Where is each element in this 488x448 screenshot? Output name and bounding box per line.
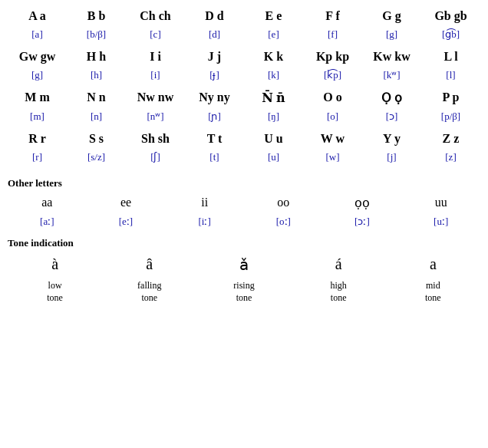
ipa-label: [kʷ] [364, 69, 420, 81]
ipa-label: [s/z] [68, 151, 124, 163]
letter-label: Ny ny [186, 91, 242, 104]
letter-label: M m [9, 91, 65, 104]
letter-label: I i [127, 50, 183, 64]
letter-label: N n [68, 91, 124, 104]
ipa-label: [h] [68, 69, 124, 81]
letter-label: U u [246, 132, 302, 146]
ipa-label: [f] [305, 28, 361, 41]
letter-label: S s [68, 132, 124, 146]
letter-label: Ọ ọ [364, 91, 420, 105]
letter-label: Nw nw [127, 91, 183, 104]
ipa-label: [k͡p] [305, 69, 361, 81]
letter-label: Kp kp [305, 50, 361, 64]
ipa-label: [nʷ] [127, 110, 183, 123]
letter-label: F f [305, 9, 361, 23]
ipa-label: [w] [305, 151, 361, 163]
ipa-label: [d] [186, 28, 242, 41]
letter-label: J j [186, 50, 242, 64]
ipa-label: [m] [9, 110, 65, 123]
tone-character: ǎ [201, 255, 286, 274]
letter-label: P p [423, 91, 479, 104]
letter-label: T t [186, 132, 242, 146]
ipa-label: [ŋ] [246, 110, 302, 123]
ipa-label: [r] [9, 151, 65, 163]
tone-character: á [296, 255, 381, 273]
ipa-label: [l] [423, 69, 479, 81]
letter-label: G g [364, 9, 420, 23]
tone-label: risingtone [201, 280, 286, 304]
ipa-label: [ɟ] [186, 69, 242, 81]
letter-label: Y y [364, 132, 420, 146]
letter-label: H h [68, 50, 124, 64]
tone-character: a [391, 255, 476, 273]
letter-label: E e [246, 9, 302, 23]
letter-label: Sh sh [127, 132, 183, 146]
alphabet-table: A aB bCh chD dE eF fG gGb gb[a][b/β][c][… [8, 6, 480, 170]
letter-label: Kw kw [364, 50, 420, 64]
other-letter-label: oo [249, 196, 318, 209]
other-letters-title: Other letters [8, 177, 480, 189]
ipa-label: [t] [186, 151, 242, 163]
letter-label: R r [9, 132, 65, 146]
letter-label: D d [186, 9, 242, 23]
tone-table: àâǎáalowtonefallingtonerisingtonehighton… [8, 252, 480, 305]
other-ipa-label: [eː] [91, 216, 161, 228]
other-ipa-label: [ɔː] [328, 216, 397, 228]
ipa-label: [a] [9, 28, 65, 41]
letter-label: Gb gb [423, 9, 479, 23]
ipa-label: [ɔ] [364, 110, 420, 123]
ipa-label: [z] [423, 151, 479, 163]
other-ipa-label: [oː] [249, 216, 318, 228]
ipa-label: [u] [246, 151, 302, 163]
ipa-label: [g] [364, 28, 420, 41]
other-letter-label: ii [170, 196, 239, 209]
letter-label: O o [305, 91, 361, 104]
tone-label: hightone [296, 280, 381, 304]
ipa-label: [ʃ] [127, 151, 183, 163]
tone-label: midtone [391, 280, 476, 304]
letter-label: K k [246, 50, 302, 64]
ipa-label: [e] [246, 28, 302, 41]
other-ipa-label: [uː] [406, 216, 476, 228]
tone-character: â [107, 255, 192, 273]
letter-label: L l [423, 50, 479, 64]
letter-label: A a [9, 9, 65, 23]
other-letters-table: aaeeiiooọọuu[aː][eː][iː][oː][ɔː][uː] [8, 193, 480, 229]
ipa-label: [p/β] [423, 110, 479, 123]
ipa-label: [b/β] [68, 28, 124, 41]
tone-label: lowtone [12, 280, 97, 304]
letter-label: W w [305, 132, 361, 146]
other-letter-label: ee [91, 196, 161, 209]
tone-character: à [12, 255, 97, 273]
other-ipa-label: [aː] [12, 216, 82, 228]
ipa-label: [n] [68, 110, 124, 123]
letter-label: Z z [423, 132, 479, 146]
ipa-label: [j] [364, 151, 420, 163]
other-ipa-label: [iː] [170, 216, 239, 228]
letter-label: N̄ n̄ [246, 91, 302, 105]
ipa-label: [k] [246, 69, 302, 81]
ipa-label: [o] [305, 110, 361, 123]
tone-indication-title: Tone indication [8, 237, 480, 249]
ipa-label: [c] [127, 28, 183, 41]
ipa-label: [i] [127, 69, 183, 81]
ipa-label: [g͡b] [423, 28, 479, 41]
tone-label: fallingtone [107, 280, 192, 304]
letter-label: Gw gw [9, 50, 65, 64]
other-letter-label: ọọ [328, 196, 397, 210]
letter-label: B b [68, 9, 124, 23]
other-letter-label: aa [12, 196, 82, 209]
other-letter-label: uu [406, 196, 476, 209]
letter-label: Ch ch [127, 9, 183, 23]
ipa-label: [ɲ] [186, 110, 242, 123]
ipa-label: [g] [9, 69, 65, 81]
